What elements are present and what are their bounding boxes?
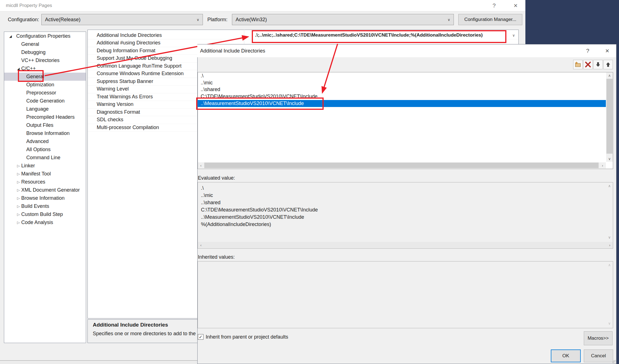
sidebar-item-vc-directories[interactable]: VC++ Directories: [4, 56, 86, 65]
tree-collapsed-icon[interactable]: ▷: [17, 204, 20, 208]
evaluated-value-line: C:\TDE\MeasurementStudioVS2010\VCNET\Inc…: [201, 206, 592, 213]
tree-collapsed-icon[interactable]: ▷: [17, 180, 20, 184]
description-text: Specifies one or more directories to add…: [93, 331, 201, 337]
property-name: Additional Include Directories: [88, 32, 162, 38]
list-hscroll-thumb[interactable]: [204, 163, 599, 168]
dialog-help-icon[interactable]: ?: [582, 44, 594, 57]
sidebar-item-manifest-tool[interactable]: ▷Manifest Tool: [4, 170, 86, 178]
inherit-checkbox[interactable]: ✓: [198, 334, 203, 340]
ok-button[interactable]: OK: [551, 349, 581, 362]
evaluated-value-line: ..\mic: [201, 192, 592, 199]
directory-list-item[interactable]: ..\mic: [198, 79, 606, 86]
sidebar-item-xml-document-generator[interactable]: ▷XML Document Generator: [4, 186, 86, 194]
scroll-down-icon[interactable]: ∨: [606, 156, 613, 162]
property-name: Suppress Startup Banner: [88, 78, 153, 84]
tree-collapsed-icon[interactable]: ▷: [17, 188, 20, 192]
list-vscroll-thumb[interactable]: [606, 79, 613, 154]
scroll-down-icon[interactable]: ∨: [608, 235, 611, 239]
tree-item-label: Command Line: [26, 155, 60, 161]
tree-item-label: Output Files: [26, 122, 53, 128]
sidebar-item-configuration-properties[interactable]: ◢Configuration Properties: [4, 32, 86, 40]
evaluated-value-label: Evaluated value:: [198, 175, 235, 181]
sidebar-item-advanced[interactable]: Advanced: [4, 137, 86, 146]
sidebar-item-browse-information[interactable]: Browse Information: [4, 129, 86, 137]
tree-item-label: Build Events: [21, 203, 49, 209]
scroll-right-icon[interactable]: ›: [599, 162, 606, 168]
window-title: micdll Property Pages: [6, 0, 52, 11]
tree-item-label: Code Analysis: [21, 220, 53, 225]
dialog-close-icon[interactable]: ×: [601, 44, 613, 57]
move-down-button[interactable]: [593, 60, 603, 69]
sidebar-item-browse-information[interactable]: ▷Browse Information: [4, 194, 86, 202]
sidebar-item-linker[interactable]: ▷Linker: [4, 162, 86, 170]
tree-item-label: Preprocessor: [26, 90, 56, 96]
main-help-icon[interactable]: ?: [488, 0, 501, 11]
tree-collapsed-icon[interactable]: ▷: [17, 220, 20, 225]
tree-collapsed-icon[interactable]: ▷: [17, 212, 20, 217]
sidebar-item-resources[interactable]: ▷Resources: [4, 178, 86, 186]
tree-collapsed-icon[interactable]: ▷: [17, 172, 20, 176]
main-close-icon[interactable]: ×: [509, 0, 522, 11]
property-name: Treat Warnings As Errors: [88, 94, 153, 100]
sidebar-item-custom-build-step[interactable]: ▷Custom Build Step: [4, 210, 86, 218]
evaluated-horizontal-scrollbar[interactable]: [198, 242, 613, 248]
move-up-icon: [605, 61, 611, 68]
platform-dropdown[interactable]: Active(Win32) ∨: [232, 14, 454, 25]
configuration-manager-button[interactable]: Configuration Manager...: [458, 14, 522, 25]
tree-collapsed-icon[interactable]: ▷: [17, 196, 20, 200]
property-name: SDL checks: [88, 117, 123, 123]
configuration-value: Active(Release): [45, 17, 80, 23]
chevron-down-icon[interactable]: ∨: [511, 31, 516, 39]
evaluated-value-line: %(AdditionalIncludeDirectories): [201, 221, 592, 228]
move-up-button[interactable]: [603, 60, 613, 69]
resize-grip[interactable]: [613, 360, 616, 363]
configuration-dropdown[interactable]: Active(Release) ∨: [41, 14, 203, 25]
sidebar-item-debugging[interactable]: Debugging: [4, 48, 86, 56]
directory-list-item[interactable]: ..\shared: [198, 86, 606, 93]
sidebar-item-optimization[interactable]: Optimization: [4, 81, 86, 89]
sidebar-item-all-options[interactable]: All Options: [4, 146, 86, 154]
macros-button[interactable]: Macros>>: [584, 331, 613, 345]
tree-item-label: Precompiled Headers: [26, 114, 75, 120]
delete-button[interactable]: [583, 60, 593, 69]
dialog-title: Additional Include Directories: [200, 44, 265, 57]
property-name: Common Language RunTime Support: [88, 63, 182, 69]
tree-item-label: Browse Information: [21, 195, 65, 201]
directory-list-item[interactable]: .\: [198, 72, 606, 79]
tree-expanded-icon[interactable]: ◢: [9, 34, 12, 38]
sidebar-item-general[interactable]: General: [4, 73, 86, 81]
scroll-down-icon[interactable]: ∨: [608, 321, 611, 325]
sidebar-item-general[interactable]: General: [4, 40, 86, 48]
sidebar-item-code-generation[interactable]: Code Generation: [4, 97, 86, 105]
tree-collapsed-icon[interactable]: ▷: [17, 164, 20, 168]
scroll-right-icon[interactable]: ›: [607, 242, 613, 248]
evaluated-value-line: ..\MeasurementStudioVS2010\VCNET\Include: [201, 213, 592, 221]
scroll-left-icon[interactable]: ‹: [198, 242, 204, 248]
scroll-up-icon[interactable]: ∧: [608, 263, 611, 267]
new-line-icon: [575, 61, 581, 68]
annotation-box-value-field: [252, 30, 506, 43]
new-line-button[interactable]: [573, 60, 583, 69]
sidebar-item-c-c-[interactable]: ◢C/C++: [4, 65, 86, 73]
main-titlebar[interactable]: [0, 0, 525, 11]
configuration-label: Configuration:: [8, 14, 39, 25]
platform-label: Platform:: [207, 14, 227, 25]
sidebar-item-output-files[interactable]: Output Files: [4, 121, 86, 129]
sidebar-item-precompiled-headers[interactable]: Precompiled Headers: [4, 113, 86, 121]
annotation-box-selected-directory: [196, 97, 324, 110]
scroll-up-icon[interactable]: ∧: [606, 72, 613, 78]
tree-item-label: Custom Build Step: [21, 211, 63, 217]
tree-item-label: XML Document Generator: [21, 187, 80, 193]
scroll-left-icon[interactable]: ‹: [198, 162, 204, 168]
tree-item-label: Advanced: [26, 139, 49, 144]
evaluated-value-line: ..\shared: [201, 199, 592, 206]
cancel-button[interactable]: Cancel: [584, 349, 613, 362]
sidebar-item-build-events[interactable]: ▷Build Events: [4, 202, 86, 210]
sidebar-item-command-line[interactable]: Command Line: [4, 154, 86, 162]
sidebar-item-code-analysis[interactable]: ▷Code Analysis: [4, 218, 86, 227]
property-name: Warning Level: [88, 86, 129, 92]
move-down-icon: [595, 61, 601, 68]
sidebar-item-language[interactable]: Language: [4, 105, 86, 113]
sidebar-item-preprocessor[interactable]: Preprocessor: [4, 89, 86, 97]
scroll-up-icon[interactable]: ∧: [608, 184, 611, 188]
